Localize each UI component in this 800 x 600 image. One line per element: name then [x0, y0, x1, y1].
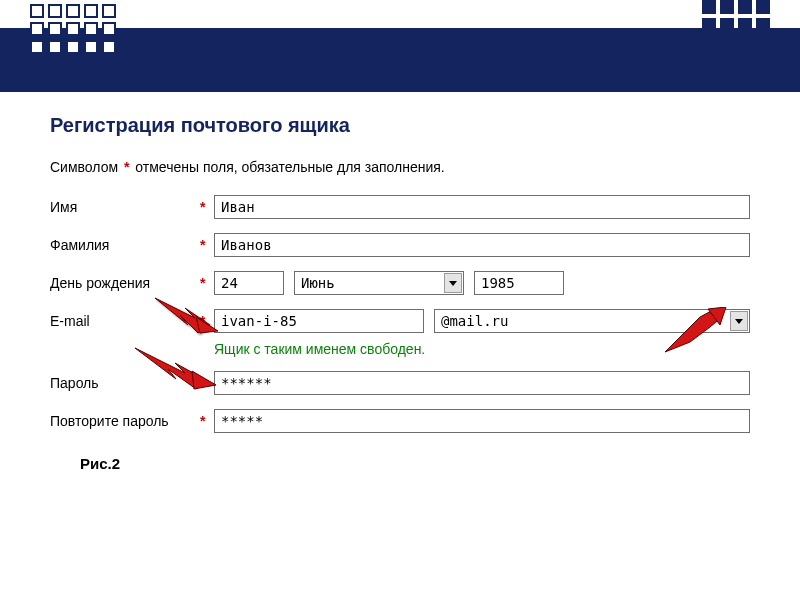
row-birthday: День рождения * 24 Июнь 1985: [50, 271, 750, 295]
required-marker: *: [200, 313, 214, 329]
decorative-pixels-right: [702, 0, 770, 68]
label-email: E-mail: [50, 313, 200, 329]
required-marker: *: [200, 237, 214, 253]
input-birthday-day[interactable]: 24: [214, 271, 284, 295]
figure-caption: Рис.2: [80, 455, 750, 472]
input-password[interactable]: ******: [214, 371, 750, 395]
decorative-pixels-left: [30, 4, 116, 54]
row-password: Пароль * ******: [50, 371, 750, 395]
row-first-name: Имя * Иван: [50, 195, 750, 219]
select-email-domain[interactable]: @mail.ru: [434, 309, 750, 333]
input-birthday-year[interactable]: 1985: [474, 271, 564, 295]
required-marker: *: [200, 275, 214, 291]
select-birthday-month[interactable]: Июнь: [294, 271, 464, 295]
email-available-message: Ящик с таким именем свободен.: [214, 341, 750, 357]
asterisk-icon: *: [122, 159, 131, 175]
input-last-name[interactable]: Иванов: [214, 233, 750, 257]
input-password-repeat[interactable]: *****: [214, 409, 750, 433]
row-last-name: Фамилия * Иванов: [50, 233, 750, 257]
row-email: E-mail * ivan-i-85 @mail.ru: [50, 309, 750, 333]
input-email-user[interactable]: ivan-i-85: [214, 309, 424, 333]
required-marker: *: [200, 375, 214, 391]
page-title: Регистрация почтового ящика: [50, 114, 750, 137]
label-password: Пароль: [50, 375, 200, 391]
header-banner: [0, 22, 800, 92]
label-password-repeat: Повторите пароль: [50, 413, 200, 429]
chevron-down-icon[interactable]: [444, 273, 462, 293]
required-marker: *: [200, 199, 214, 215]
decorative-top: [0, 0, 800, 22]
input-first-name[interactable]: Иван: [214, 195, 750, 219]
chevron-down-icon[interactable]: [730, 311, 748, 331]
row-password-repeat: Повторите пароль * *****: [50, 409, 750, 433]
form-content: Регистрация почтового ящика Символом * о…: [0, 92, 800, 482]
label-first-name: Имя: [50, 199, 200, 215]
required-note: Символом * отмечены поля, обязательные д…: [50, 159, 750, 175]
label-birthday: День рождения: [50, 275, 200, 291]
required-marker: *: [200, 413, 214, 429]
label-last-name: Фамилия: [50, 237, 200, 253]
